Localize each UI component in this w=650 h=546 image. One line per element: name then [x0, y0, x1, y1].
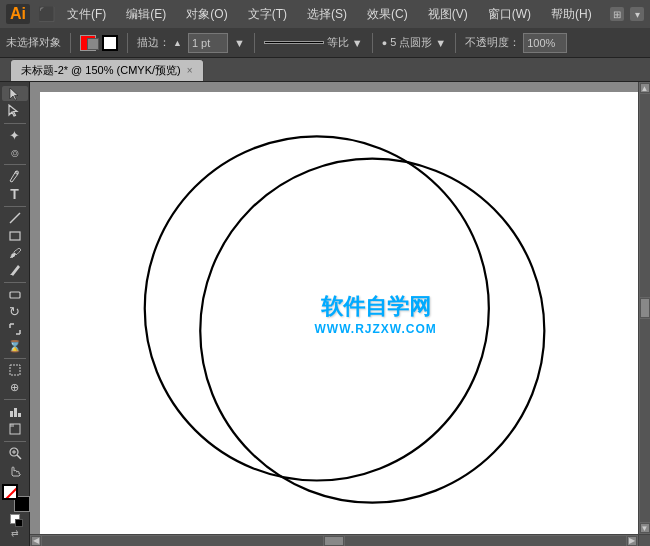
stroke-line-item[interactable]: 等比 ▼	[264, 35, 363, 50]
stroke-line-dropdown-icon[interactable]: ▼	[352, 37, 363, 49]
tool-pencil[interactable]	[2, 263, 28, 278]
swap-colors-button[interactable]: ⇄	[11, 528, 19, 538]
tool-brush[interactable]: 🖌	[2, 245, 28, 260]
window-controls: ⊞ ▾	[610, 7, 644, 21]
toolbar-divider-4	[372, 33, 373, 53]
opacity-label: 不透明度：	[465, 35, 520, 50]
svg-point-16	[145, 136, 489, 480]
menu-bar: 文件(F) 编辑(E) 对象(O) 文字(T) 选择(S) 效果(C) 视图(V…	[63, 4, 596, 25]
svg-rect-7	[10, 411, 13, 417]
canvas-area[interactable]: 软件自学网 WWW.RJZXW.COM ▲ ▼ ◀ ▶	[30, 82, 650, 546]
tool-warp[interactable]: ⌛	[2, 339, 28, 354]
toolbar-divider-3	[254, 33, 255, 53]
tool-separator-2	[4, 164, 26, 165]
svg-rect-8	[14, 408, 17, 417]
svg-point-17	[200, 159, 544, 503]
menu-window[interactable]: 窗口(W)	[484, 4, 535, 25]
tool-type[interactable]: T	[2, 186, 28, 202]
canvas-svg	[40, 92, 638, 536]
stroke-label: 描边：	[137, 35, 170, 50]
workspace-switcher-icon[interactable]: ⊞	[610, 7, 624, 21]
stroke-label-item: 描边： ▲	[137, 35, 182, 50]
menu-file[interactable]: 文件(F)	[63, 4, 110, 25]
stroke-size-input[interactable]	[188, 33, 228, 53]
tool-chart[interactable]	[2, 404, 28, 419]
menu-object[interactable]: 对象(O)	[182, 4, 231, 25]
tool-pen[interactable]	[2, 169, 28, 184]
svg-rect-11	[10, 424, 14, 427]
tool-magic-wand[interactable]: ✦	[2, 127, 28, 142]
tool-separator-3	[4, 206, 26, 207]
menu-help[interactable]: 帮助(H)	[547, 4, 596, 25]
main-area: ✦ ⌾ T 🖌 ↻	[0, 82, 650, 546]
toolbar-divider-5	[455, 33, 456, 53]
tool-separator-5	[4, 358, 26, 359]
menu-edit[interactable]: 编辑(E)	[122, 4, 170, 25]
opacity-item: 不透明度：	[465, 33, 567, 53]
point-shape-item[interactable]: ● 5 点圆形 ▼	[382, 35, 447, 50]
stroke-color-item[interactable]	[102, 35, 118, 51]
tool-hand[interactable]	[2, 463, 28, 478]
document-tab[interactable]: 未标题-2* @ 150% (CMYK/预览) ×	[10, 59, 204, 81]
tool-separator-4	[4, 282, 26, 283]
fill-color-item[interactable]	[80, 35, 96, 51]
toolbar: 未选择对象 描边： ▲ ▼ 等比 ▼ ● 5 点圆形 ▼ 不透明度：	[0, 28, 650, 58]
title-icon: ⬛	[38, 6, 55, 22]
menu-view[interactable]: 视图(V)	[424, 4, 472, 25]
svg-line-3	[10, 213, 20, 223]
tool-separator-7	[4, 441, 26, 442]
menu-effect[interactable]: 效果(C)	[363, 4, 412, 25]
svg-line-13	[17, 455, 21, 459]
point-shape-dropdown-icon[interactable]: ▼	[435, 37, 446, 49]
tool-scale[interactable]	[2, 321, 28, 336]
toolbar-divider-1	[70, 33, 71, 53]
stroke-size-unit: ▼	[234, 37, 245, 49]
svg-rect-5	[10, 292, 20, 298]
selection-text: 未选择对象	[6, 35, 61, 50]
tool-lasso[interactable]: ⌾	[2, 145, 28, 160]
titlebar: Ai ⬛ 文件(F) 编辑(E) 对象(O) 文字(T) 选择(S) 效果(C)…	[0, 0, 650, 28]
scroll-corner	[638, 534, 650, 546]
svg-rect-9	[18, 413, 21, 417]
selection-label: 未选择对象	[6, 35, 61, 50]
svg-rect-4	[10, 232, 20, 240]
bottom-scrollbar[interactable]: ◀ ▶	[30, 534, 638, 546]
svg-marker-0	[10, 88, 18, 100]
menu-select[interactable]: 选择(S)	[303, 4, 351, 25]
point-shape-label: 5 点圆形	[390, 35, 432, 50]
opacity-input[interactable]	[523, 33, 567, 53]
toolbar-divider-2	[127, 33, 128, 53]
tab-close-button[interactable]: ×	[187, 65, 193, 76]
stroke-line-preview	[264, 41, 324, 44]
ai-logo: Ai	[6, 4, 30, 24]
tool-separator-6	[4, 399, 26, 400]
tool-artboard[interactable]	[2, 421, 28, 436]
tool-separator-1	[4, 123, 26, 124]
tool-rotate[interactable]: ↻	[2, 304, 28, 319]
tool-direct-select[interactable]	[2, 103, 28, 118]
tool-symbol[interactable]: ⊕	[2, 380, 28, 395]
tool-select[interactable]	[2, 86, 28, 101]
minimize-button[interactable]: ▾	[630, 7, 644, 21]
menu-type[interactable]: 文字(T)	[244, 4, 291, 25]
color-swatches: ⇄	[0, 480, 32, 542]
right-scrollbar[interactable]: ▲ ▼	[638, 82, 650, 534]
tool-line[interactable]	[2, 211, 28, 226]
tool-eraser[interactable]	[2, 287, 28, 302]
tabbar: 未标题-2* @ 150% (CMYK/预览) ×	[0, 58, 650, 82]
point-shape-icon: ●	[382, 38, 387, 48]
tool-transform[interactable]	[2, 363, 28, 378]
tab-title: 未标题-2* @ 150% (CMYK/预览)	[21, 63, 181, 78]
stroke-size-icon: ▲	[173, 38, 182, 48]
stroke-line-label: 等比	[327, 35, 349, 50]
svg-marker-1	[9, 105, 17, 116]
color-swatch-pair[interactable]	[2, 484, 28, 510]
tool-rect[interactable]	[2, 228, 28, 243]
tool-zoom[interactable]	[2, 446, 28, 461]
left-toolbar: ✦ ⌾ T 🖌 ↻	[0, 82, 30, 546]
svg-rect-6	[10, 365, 20, 375]
